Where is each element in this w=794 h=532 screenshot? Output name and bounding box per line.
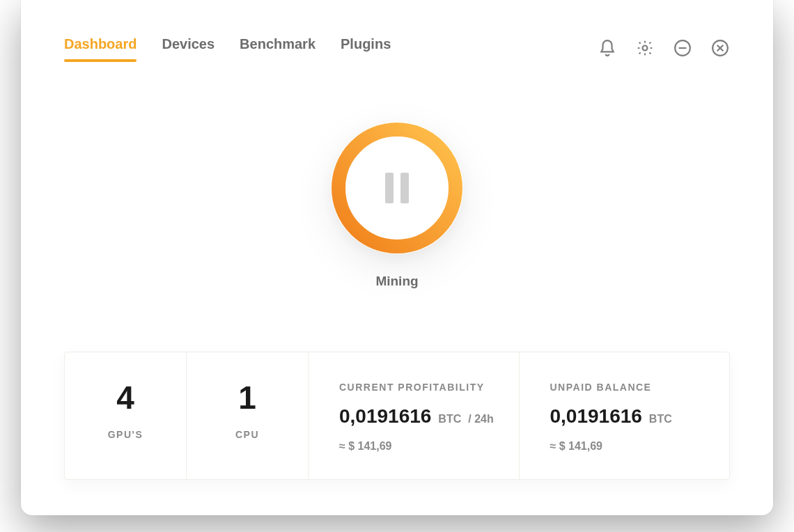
nav-tabs: Dashboard Devices Benchmark Plugins — [64, 36, 391, 59]
gpu-count: 4 — [65, 382, 186, 414]
progress-ring-icon — [331, 122, 463, 254]
profitability-caption: CURRENT PROFITABILITY — [339, 382, 519, 393]
svg-point-6 — [338, 130, 456, 247]
cpu-count: 1 — [187, 382, 308, 414]
mining-toggle-button[interactable] — [331, 122, 463, 254]
stat-balance: UNPAID BALANCE 0,0191616 BTC ≈ $ 141,69 — [520, 352, 730, 479]
bell-icon — [598, 39, 616, 57]
stat-cpu: 1 CPU — [187, 352, 309, 479]
balance-approx: ≈ $ 141,69 — [550, 440, 730, 453]
balance-caption: UNPAID BALANCE — [550, 382, 730, 393]
minimize-icon — [674, 39, 692, 57]
minimize-button[interactable] — [673, 38, 692, 58]
stat-profitability: CURRENT PROFITABILITY 0,0191616 BTC / 24… — [309, 352, 520, 479]
tab-label: Devices — [162, 36, 215, 52]
profitability-btc-unit: BTC — [438, 413, 461, 425]
profitability-period: / 24h — [468, 413, 493, 425]
profitability-btc-value: 0,0191616 — [339, 405, 431, 428]
svg-point-0 — [643, 45, 648, 50]
tab-label: Dashboard — [64, 36, 137, 52]
balance-btc-unit: BTC — [649, 413, 672, 425]
balance-value-line: 0,0191616 BTC — [550, 405, 730, 428]
tab-benchmark[interactable]: Benchmark — [240, 36, 316, 59]
settings-button[interactable] — [635, 38, 655, 58]
stats-panel: 4 GPU'S 1 CPU CURRENT PROFITABILITY 0,01… — [64, 352, 730, 480]
tab-devices[interactable]: Devices — [162, 36, 215, 59]
close-icon — [711, 39, 729, 57]
toolbar-icons — [598, 38, 730, 58]
tab-plugins[interactable]: Plugins — [341, 36, 391, 59]
tab-label: Benchmark — [240, 36, 316, 52]
notifications-button[interactable] — [598, 38, 617, 58]
gpu-label: GPU'S — [65, 429, 186, 440]
top-bar: Dashboard Devices Benchmark Plugins — [64, 36, 730, 59]
app-window: Dashboard Devices Benchmark Plugins — [21, 0, 773, 515]
tab-label: Plugins — [341, 36, 391, 52]
tab-dashboard[interactable]: Dashboard — [64, 36, 137, 59]
close-button[interactable] — [710, 38, 730, 58]
profitability-value-line: 0,0191616 BTC / 24h — [339, 405, 519, 428]
mining-status-label: Mining — [375, 274, 418, 289]
mining-section: Mining — [64, 122, 730, 289]
balance-btc-value: 0,0191616 — [550, 405, 642, 428]
profitability-approx: ≈ $ 141,69 — [339, 440, 519, 453]
cpu-label: CPU — [187, 429, 308, 440]
gear-icon — [636, 39, 654, 57]
stat-gpu: 4 GPU'S — [65, 352, 187, 479]
